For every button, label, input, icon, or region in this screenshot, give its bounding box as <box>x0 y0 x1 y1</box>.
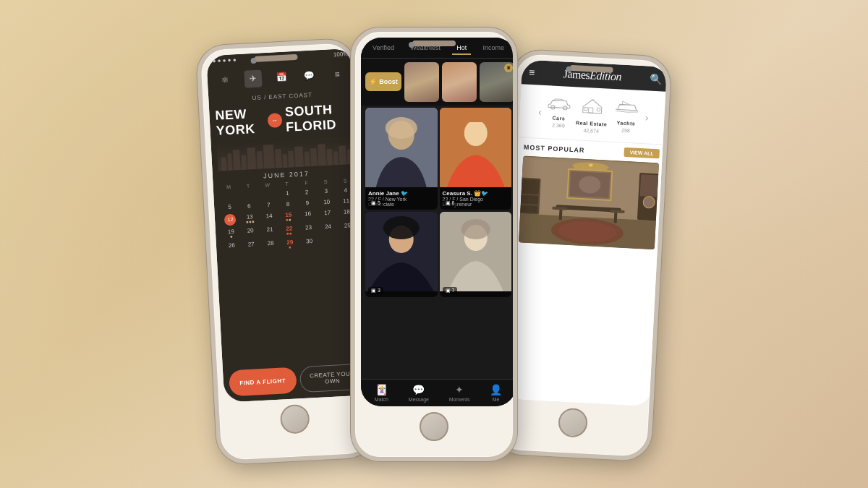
tab-hot[interactable]: Hot <box>452 42 471 55</box>
flight-app: ● ● ● ● ● 9:30 100% ⚛ ✈ 📅 💬 ≡ US / EAST … <box>206 48 372 402</box>
tab-wealthiest[interactable]: Wealthiest <box>406 42 445 55</box>
menu-nav-icon[interactable]: ≡ <box>328 65 346 83</box>
user-thumb-3[interactable]: ♛ <box>480 62 514 102</box>
svg-point-26 <box>383 216 420 239</box>
cal-cell[interactable]: 5 <box>220 202 239 212</box>
flight-swap-icon[interactable]: ↔ <box>267 113 282 128</box>
svg-rect-0 <box>221 157 226 171</box>
chat-nav-icon[interactable]: 💬 <box>300 67 318 85</box>
cal-cell[interactable]: 13 <box>239 211 260 224</box>
profile-img-1 <box>365 108 438 187</box>
cal-cell[interactable] <box>258 189 278 199</box>
svg-rect-5 <box>257 151 263 169</box>
category-real-estate[interactable]: Real Estate 42,674 <box>575 94 608 134</box>
yachts-count: 258 <box>621 127 630 133</box>
cal-cell[interactable]: 23 <box>299 222 319 235</box>
yachts-icon <box>613 98 640 119</box>
nav-message[interactable]: 💬 Message <box>409 384 429 402</box>
cal-cell[interactable]: 8 <box>278 199 298 209</box>
profile-card-annie[interactable]: ▣5 Annie Jane 🐦 22 / F / New York <box>365 108 438 210</box>
prev-category-arrow[interactable]: ‹ <box>538 106 542 117</box>
cal-cell[interactable]: 10 <box>317 197 337 207</box>
svg-rect-60 <box>519 205 537 213</box>
cal-cell[interactable] <box>319 235 339 248</box>
profile-card-ceasura[interactable]: ▣6 Ceasura S. 👑🐦 23 / F / San Diego <box>440 108 512 210</box>
tab-income[interactable]: Income <box>478 42 509 55</box>
match-icon: 🃏 <box>375 384 388 395</box>
cal-cell[interactable]: 16 <box>298 208 318 221</box>
svg-rect-58 <box>520 179 540 194</box>
view-all-button[interactable]: VIEW ALL <box>624 147 660 158</box>
svg-rect-4 <box>247 147 256 169</box>
home-button-right[interactable] <box>558 407 588 437</box>
user-thumb-1[interactable] <box>404 62 439 102</box>
cal-cell-active[interactable]: 15 <box>278 210 299 223</box>
svg-rect-32 <box>588 107 593 113</box>
phone-middle: Verified Wealthiest Hot Income ⚡ Boost <box>351 27 517 461</box>
boost-button[interactable]: ⚡ Boost <box>365 72 401 91</box>
category-yachts[interactable]: Yachts 258 <box>613 98 640 134</box>
cal-cell[interactable]: 17 <box>318 207 338 221</box>
calendar-section: JUNE 2017 M T W T F S S <box>213 163 370 364</box>
day-w: W <box>258 181 277 187</box>
tab-verified[interactable]: Verified <box>368 42 399 55</box>
nav-moments[interactable]: ✦ Moments <box>449 384 470 402</box>
svg-rect-15 <box>333 151 339 165</box>
home-button-left[interactable] <box>280 403 310 434</box>
flight-buttons: FIND A FLIGHT CREATE YOUR OWN <box>223 357 372 403</box>
real-estate-count: 42,674 <box>583 127 599 133</box>
nav-me[interactable]: 👤 Me <box>490 384 502 402</box>
message-icon: 💬 <box>412 384 425 395</box>
cal-cell[interactable]: 19 <box>221 226 242 239</box>
nav-match-label: Match <box>375 397 388 402</box>
james-search-icon[interactable]: 🔍 <box>650 72 663 85</box>
svg-rect-10 <box>294 146 304 167</box>
nav-moments-label: Moments <box>449 397 470 402</box>
cal-cell[interactable]: 3 <box>316 186 336 196</box>
home-button-middle[interactable] <box>420 412 448 441</box>
cal-cell[interactable]: 26 <box>222 240 242 253</box>
atom-nav-icon[interactable]: ⚛ <box>216 71 234 89</box>
calendar-nav-icon[interactable]: 📅 <box>272 68 290 86</box>
svg-rect-66 <box>614 212 618 223</box>
plane-nav-icon[interactable]: ✈ <box>244 69 263 87</box>
profile-img-3 <box>365 212 438 291</box>
cars-icon <box>548 96 571 114</box>
dating-bottom-nav: 🃏 Match 💬 Message ✦ Moments 👤 Me <box>361 379 516 406</box>
dating-app-screen: Verified Wealthiest Hot Income ⚡ Boost <box>361 38 516 406</box>
cal-cell[interactable]: 9 <box>297 197 318 207</box>
svg-rect-65 <box>559 209 563 220</box>
flight-divider: ↔ <box>267 113 282 128</box>
cal-cell[interactable] <box>239 189 259 200</box>
cal-cell[interactable]: 2 <box>297 187 317 197</box>
cal-cell[interactable]: 27 <box>241 239 261 252</box>
phone-right: ≡ JamesEdition 🔍 ‹ <box>492 48 672 461</box>
user-thumb-2[interactable] <box>442 62 477 102</box>
find-flight-button[interactable]: FIND A FLIGHT <box>229 367 297 396</box>
cal-cell[interactable] <box>219 191 239 201</box>
profile-card-3[interactable]: ▣3 <box>365 212 438 297</box>
nav-match[interactable]: 🃏 Match <box>375 384 388 402</box>
cal-cell[interactable]: 29 <box>280 236 300 249</box>
category-cars[interactable]: Cars 2,369 <box>547 96 571 129</box>
cal-cell[interactable]: 1 <box>278 188 298 198</box>
dating-tabs: Verified Wealthiest Hot Income <box>361 38 516 59</box>
next-category-arrow[interactable]: › <box>645 111 650 122</box>
cal-cell[interactable]: 20 <box>240 225 260 238</box>
cal-cell[interactable]: 28 <box>260 238 281 251</box>
property-image[interactable] <box>519 155 659 249</box>
profile-img-4 <box>440 212 512 291</box>
cal-cell[interactable]: 22 <box>279 223 299 236</box>
cal-cell[interactable]: 30 <box>299 236 320 249</box>
cal-cell[interactable]: 14 <box>259 210 279 223</box>
cal-cell[interactable]: 24 <box>318 221 339 234</box>
most-popular-title: MOST POPULAR <box>524 143 585 153</box>
most-popular-header: MOST POPULAR VIEW ALL <box>524 142 660 158</box>
james-menu-icon[interactable]: ≡ <box>529 66 535 77</box>
cal-cell-highlighted[interactable]: 12 <box>224 213 237 226</box>
cal-cell[interactable]: 6 <box>239 200 260 210</box>
cal-cell[interactable]: 21 <box>260 224 280 237</box>
cal-cell[interactable]: 7 <box>259 200 279 210</box>
profile-card-4[interactable]: ▣7 <box>440 212 512 297</box>
svg-rect-7 <box>275 148 282 168</box>
